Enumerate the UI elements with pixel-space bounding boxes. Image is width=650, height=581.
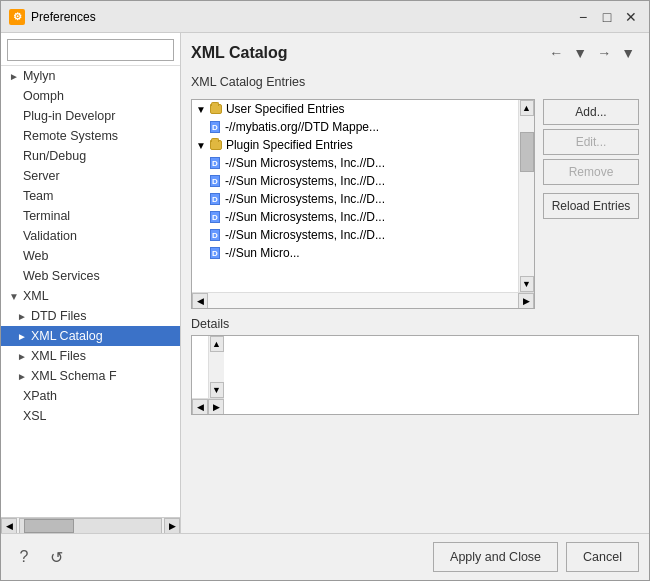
vscroll-thumb[interactable] [520, 132, 534, 172]
sidebar-hscroll: ◀ ▶ [1, 517, 180, 533]
sidebar-item-team[interactable]: ► Team [1, 186, 180, 206]
sidebar-item-mylyn[interactable]: ► Mylyn [1, 66, 180, 86]
details-vscroll-up[interactable]: ▲ [210, 336, 224, 352]
minimize-button[interactable]: − [573, 7, 593, 27]
tree-item-label: Plugin Specified Entries [226, 138, 353, 152]
tree-scroll-area: ▼ User Specified Entries D [192, 100, 534, 292]
sidebar-item-label: Run/Debug [23, 149, 86, 163]
tree-item-sun-1[interactable]: D -//Sun Microsystems, Inc.//D... [192, 154, 518, 172]
sidebar-item-label: Terminal [23, 209, 70, 223]
sidebar-item-label: Mylyn [23, 69, 56, 83]
sidebar-item-dtd-files[interactable]: ► DTD Files [1, 306, 180, 326]
sidebar-item-label: Team [23, 189, 54, 203]
sidebar-item-xml-schema[interactable]: ► XML Schema F [1, 366, 180, 386]
sidebar-item-web-services[interactable]: ► Web Services [1, 266, 180, 286]
sidebar-item-run-debug[interactable]: ► Run/Debug [1, 146, 180, 166]
tree-item-sun-4[interactable]: D -//Sun Microsystems, Inc.//D... [192, 208, 518, 226]
doc-icon: D [208, 192, 222, 206]
sidebar-item-terminal[interactable]: ► Terminal [1, 206, 180, 226]
tree-item-user-entries[interactable]: ▼ User Specified Entries [192, 100, 518, 118]
panel-navigation: ← ▼ → ▼ [545, 43, 639, 63]
add-button[interactable]: Add... [543, 99, 639, 125]
doc-icon: D [208, 210, 222, 224]
sidebar-item-xsl[interactable]: ► XSL [1, 406, 180, 426]
close-button[interactable]: ✕ [621, 7, 641, 27]
details-hscroll-right[interactable]: ▶ [208, 399, 224, 415]
nav-forward-button[interactable]: → [593, 43, 615, 63]
tree-item-label: -//Sun Microsystems, Inc.//D... [225, 156, 385, 170]
tree-item-label: -//Sun Microsystems, Inc.//D... [225, 228, 385, 242]
sidebar-item-label: Web [23, 249, 48, 263]
sidebar-item-xml[interactable]: ▼ XML [1, 286, 180, 306]
hscroll-track[interactable] [19, 518, 162, 533]
preferences-window: ⚙ Preferences − □ ✕ ► Mylyn ► Oomph [0, 0, 650, 581]
sidebar-item-xml-files[interactable]: ► XML Files [1, 346, 180, 366]
restore-defaults-button[interactable]: ↺ [43, 544, 69, 570]
right-panel: XML Catalog ← ▼ → ▼ XML Catalog Entries [181, 33, 649, 533]
window-icon: ⚙ [9, 9, 25, 25]
nav-forward-dropdown[interactable]: ▼ [617, 43, 639, 63]
tree-item-sun-6[interactable]: D -//Sun Micro... [192, 244, 518, 262]
sidebar-item-plugin-dev[interactable]: ► Plug-in Developr [1, 106, 180, 126]
scroll-right-btn[interactable]: ▶ [164, 518, 180, 533]
nav-back-dropdown[interactable]: ▼ [569, 43, 591, 63]
maximize-button[interactable]: □ [597, 7, 617, 27]
tree-item-mybatis[interactable]: D -//mybatis.org//DTD Mappe... [192, 118, 518, 136]
tree-item-label: -//Sun Microsystems, Inc.//D... [225, 210, 385, 224]
sidebar-item-server[interactable]: ► Server [1, 166, 180, 186]
tree-item-sun-3[interactable]: D -//Sun Microsystems, Inc.//D... [192, 190, 518, 208]
details-main: ▲ ▼ [192, 336, 224, 398]
footer-right: Apply and Close Cancel [433, 542, 639, 572]
sidebar-item-xpath[interactable]: ► XPath [1, 386, 180, 406]
arrow-icon: ► [17, 331, 27, 342]
arrow-icon: ► [9, 131, 19, 142]
arrow-icon: ► [9, 171, 19, 182]
hscroll-right-btn[interactable]: ▶ [518, 293, 534, 309]
sidebar-item-label: XPath [23, 389, 57, 403]
tree-item-sun-2[interactable]: D -//Sun Microsystems, Inc.//D... [192, 172, 518, 190]
tree-vscroll: ▲ ▼ [518, 100, 534, 292]
tree-item-label: -//Sun Microsystems, Inc.//D... [225, 192, 385, 206]
scroll-left-btn[interactable]: ◀ [1, 518, 17, 533]
details-hscroll-left[interactable]: ◀ [192, 399, 208, 415]
arrow-icon: ► [17, 351, 27, 362]
cancel-button[interactable]: Cancel [566, 542, 639, 572]
sidebar-item-oomph[interactable]: ► Oomph [1, 86, 180, 106]
sidebar-item-validation[interactable]: ► Validation [1, 226, 180, 246]
tree-content: ▼ User Specified Entries D [192, 100, 518, 292]
details-vscroll-down[interactable]: ▼ [210, 382, 224, 398]
sidebar-item-remote-systems[interactable]: ► Remote Systems [1, 126, 180, 146]
entries-tree: ▼ User Specified Entries D [191, 99, 535, 309]
remove-button[interactable]: Remove [543, 159, 639, 185]
tree-item-label: -//mybatis.org//DTD Mappe... [225, 120, 379, 134]
nav-back-button[interactable]: ← [545, 43, 567, 63]
vscroll-up-btn[interactable]: ▲ [520, 100, 534, 116]
doc-icon: D [208, 246, 222, 260]
tree-item-label: -//Sun Micro... [225, 246, 300, 260]
details-content [192, 336, 208, 398]
sidebar-item-label: XSL [23, 409, 47, 423]
details-vscroll: ▲ ▼ [208, 336, 224, 398]
sidebar-item-web[interactable]: ► Web [1, 246, 180, 266]
tree-item-plugin-entries[interactable]: ▼ Plugin Specified Entries [192, 136, 518, 154]
tree-item-label: User Specified Entries [226, 102, 345, 116]
entries-label: XML Catalog Entries [191, 75, 639, 89]
arrow-icon: ► [9, 211, 19, 222]
expand-arrow-icon: ▼ [196, 104, 206, 115]
arrow-icon: ► [9, 71, 19, 82]
hscroll-left-btn[interactable]: ◀ [192, 293, 208, 309]
search-input[interactable] [7, 39, 174, 61]
arrow-icon: ► [9, 191, 19, 202]
doc-icon: D [208, 120, 222, 134]
help-button[interactable]: ? [11, 544, 37, 570]
vscroll-down-btn[interactable]: ▼ [520, 276, 534, 292]
hscroll-track[interactable] [208, 293, 518, 308]
edit-button[interactable]: Edit... [543, 129, 639, 155]
apply-close-button[interactable]: Apply and Close [433, 542, 558, 572]
tree-item-sun-5[interactable]: D -//Sun Microsystems, Inc.//D... [192, 226, 518, 244]
sidebar-item-xml-catalog[interactable]: ► XML Catalog [1, 326, 180, 346]
reload-button[interactable]: Reload Entries [543, 193, 639, 219]
sidebar-item-label: XML [23, 289, 49, 303]
arrow-icon: ► [9, 271, 19, 282]
sidebar-list: ► Mylyn ► Oomph ► Plug-in Developr ► Rem… [1, 66, 180, 517]
